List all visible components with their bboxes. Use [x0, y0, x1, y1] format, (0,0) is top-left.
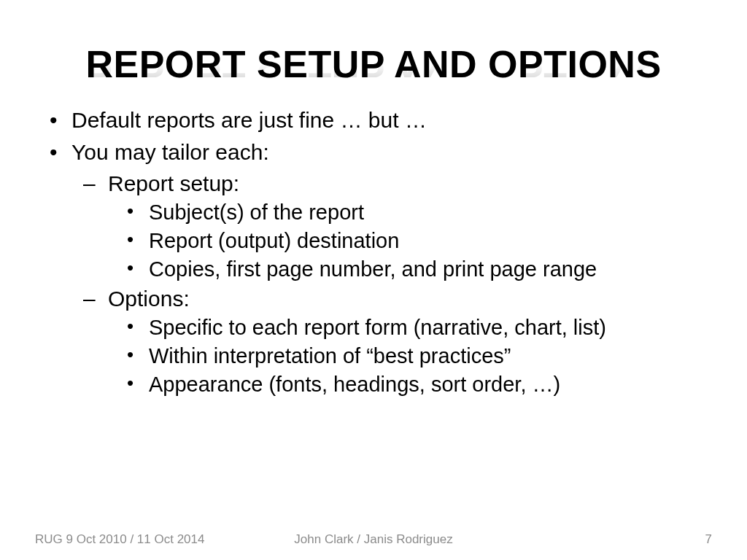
bullet-list: Default reports are just fine … but … Yo… [44, 106, 703, 398]
bullet-text: Specific to each report form (narrative,… [149, 316, 606, 339]
subsub-bullet-item: Report (output) destination [123, 228, 703, 254]
subsub-bullet-item: Copies, first page number, and print pag… [123, 256, 703, 283]
footer-page-number: 7 [705, 532, 712, 547]
subsub-bullet-list: Specific to each report form (narrative,… [108, 314, 703, 398]
slide: REPORT SETUP AND OPTIONS REPORT SETUP AN… [0, 0, 747, 560]
bullet-text: Copies, first page number, and print pag… [149, 257, 597, 281]
bullet-item: Default reports are just fine … but … [44, 106, 703, 134]
bullet-text: Report setup: [108, 171, 239, 195]
bullet-text: Default reports are just fine … but … [71, 108, 427, 132]
bullet-text: Report (output) destination [149, 229, 399, 252]
subsub-bullet-list: Subject(s) of the report Report (output)… [108, 199, 703, 283]
title-container: REPORT SETUP AND OPTIONS REPORT SETUP AN… [0, 0, 747, 86]
subsub-bullet-item: Appearance (fonts, headings, sort order,… [123, 371, 703, 398]
slide-footer: RUG 9 Oct 2010 / 11 Oct 2014 John Clark … [0, 532, 747, 547]
subsub-bullet-item: Subject(s) of the report [123, 199, 703, 226]
sub-bullet-list: Report setup: Subject(s) of the report R… [71, 170, 703, 398]
bullet-text: Subject(s) of the report [149, 201, 364, 224]
sub-bullet-item: Report setup: Subject(s) of the report R… [77, 170, 703, 284]
title-text: REPORT SETUP AND OPTIONS [85, 43, 661, 85]
bullet-text: Within interpretation of “best practices… [149, 344, 511, 368]
bullet-item: You may tailor each: Report setup: Subje… [44, 139, 703, 398]
slide-title: REPORT SETUP AND OPTIONS REPORT SETUP AN… [85, 42, 661, 86]
sub-bullet-item: Options: Specific to each report form (n… [77, 285, 703, 399]
subsub-bullet-item: Within interpretation of “best practices… [123, 343, 703, 370]
bullet-text: Appearance (fonts, headings, sort order,… [149, 373, 560, 396]
bullet-text: Options: [108, 287, 190, 311]
footer-left: RUG 9 Oct 2010 / 11 Oct 2014 [35, 532, 204, 547]
bullet-text: You may tailor each: [71, 140, 269, 164]
subsub-bullet-item: Specific to each report form (narrative,… [123, 314, 703, 341]
slide-body: Default reports are just fine … but … Yo… [0, 86, 747, 398]
